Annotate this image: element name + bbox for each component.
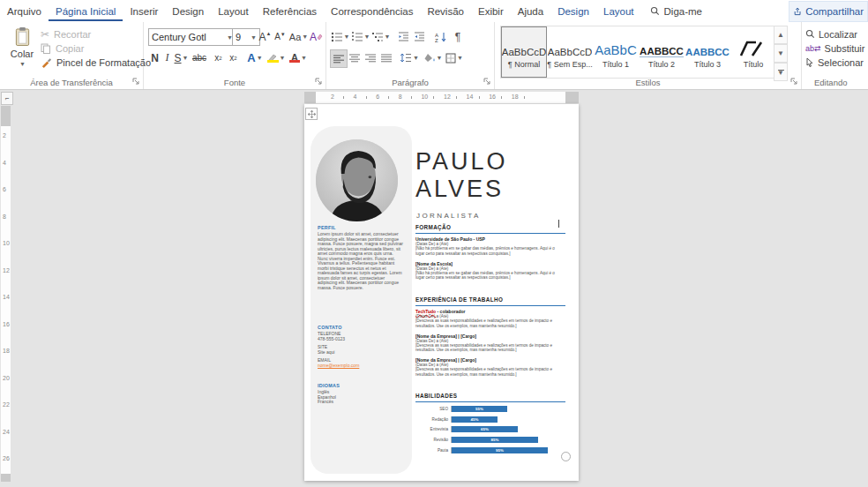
- style-sample: AaBbCcD: [548, 36, 593, 57]
- styles-dialog-launcher-icon[interactable]: [790, 78, 798, 86]
- tab-revisa-o[interactable]: Revisão: [420, 2, 471, 21]
- find-button[interactable]: Localizar: [805, 27, 857, 41]
- resume-name: PAULO ALVES: [415, 148, 508, 203]
- ruler-h-number: 12: [444, 94, 451, 100]
- outdent-icon: [398, 32, 409, 41]
- tab-refere-ncias[interactable]: Referências: [256, 2, 324, 21]
- show-paragraph-marks-button[interactable]: ¶: [451, 28, 465, 45]
- font-size-value: 9: [236, 32, 241, 42]
- borders-button[interactable]: ▼: [445, 49, 464, 66]
- replace-button[interactable]: ab⇄ Substituir: [805, 41, 864, 55]
- style-sample: AABBCC: [640, 36, 684, 57]
- font-color-button[interactable]: A ▼: [288, 49, 308, 66]
- clear-formatting-button[interactable]: A: [308, 28, 325, 45]
- bullets-button[interactable]: ▼: [330, 28, 350, 45]
- paragraph-group-label: Parágrafo: [326, 78, 494, 87]
- tab-ajuda[interactable]: Ajuda: [511, 2, 550, 21]
- skills-bar-chart[interactable]: SEO55%Redação45%Entrevista65%Revisão85%P…: [415, 404, 567, 457]
- paragraph-dialog-launcher-icon[interactable]: [483, 78, 491, 86]
- styles-scroll-down-button[interactable]: ▼: [774, 44, 788, 63]
- ribbon-tab-bar: ArquivoPágina InicialInserirDesignLayout…: [0, 0, 868, 22]
- chart-selection-handle[interactable]: [561, 452, 571, 461]
- style-ti-tulo[interactable]: Título: [730, 26, 776, 78]
- share-label: Compartilhar: [805, 6, 864, 17]
- portrait-image: [316, 139, 398, 221]
- style-sample: AaBbC: [595, 36, 637, 57]
- indent-icon: [414, 32, 425, 41]
- tab-exibir[interactable]: Exibir: [471, 2, 511, 21]
- text-effects-button[interactable]: A▼: [246, 49, 264, 66]
- superscript-button[interactable]: x2: [226, 49, 241, 66]
- tellme-box[interactable]: Diga-me: [650, 6, 702, 17]
- tab-inserir[interactable]: Inserir: [123, 2, 165, 21]
- cut-button[interactable]: ✂ Recortar: [41, 27, 91, 41]
- clipboard-dialog-launcher-icon[interactable]: [132, 78, 140, 86]
- numbered-list-icon: [351, 32, 363, 42]
- ruler-h-tick: [456, 96, 457, 99]
- styles-scroll-up-button[interactable]: ▲: [774, 26, 788, 44]
- entry-description: [Não há problema em se gabar das médias,…: [415, 246, 564, 256]
- paste-button[interactable]: Colar ▼: [5, 26, 39, 79]
- ruler-h-number: 2: [331, 94, 334, 100]
- chart-bar-track: 65%: [451, 426, 567, 432]
- tab-layout-contextual[interactable]: Layout: [596, 2, 641, 21]
- italic-button[interactable]: I: [161, 49, 173, 66]
- style-ti-tulo-1[interactable]: AaBbCTítulo 1: [593, 26, 639, 78]
- resume-name-line2: ALVES: [415, 176, 508, 203]
- style-normal[interactable]: AaBbCcD¶ Normal: [501, 26, 547, 78]
- shrink-font-button[interactable]: A▼: [273, 28, 288, 45]
- clipboard-group-label: Área de Transferência: [0, 78, 143, 87]
- align-right-button[interactable]: [363, 49, 378, 66]
- tab-pa-gina-inicial[interactable]: Página Inicial: [49, 2, 123, 21]
- justify-button[interactable]: [378, 49, 394, 66]
- select-button[interactable]: Selecionar: [805, 56, 864, 69]
- share-button[interactable]: Compartilhar: [789, 1, 868, 22]
- subscript-button[interactable]: x2: [211, 49, 226, 66]
- font-size-combo[interactable]: 9▼: [232, 28, 260, 46]
- sort-button[interactable]: AZ: [432, 28, 449, 45]
- multilevel-list-button[interactable]: ▼: [370, 28, 391, 45]
- tab-arquivo[interactable]: Arquivo: [0, 2, 49, 21]
- bold-button[interactable]: N: [148, 49, 161, 66]
- align-left-button[interactable]: [330, 49, 348, 68]
- highlight-color-button[interactable]: ▼: [266, 49, 287, 66]
- ruler-h-number: 16: [489, 94, 496, 100]
- tab-design-contextual[interactable]: Design: [550, 2, 596, 21]
- ruler-h-number: 18: [512, 94, 519, 100]
- chevron-down-icon: ▼: [437, 55, 443, 61]
- font-family-combo[interactable]: Century Gotl▼: [148, 28, 236, 46]
- contato-item: EMAILnome@exemplo.com: [318, 358, 403, 368]
- ruler-v-number: 12: [3, 267, 10, 273]
- style-sem-esp[interactable]: AaBbCcD¶ Sem Esp...: [547, 26, 593, 78]
- tab-corresponde-ncias[interactable]: Correspondências: [324, 2, 420, 21]
- tab-layout[interactable]: Layout: [211, 2, 256, 21]
- document-page[interactable]: PAULO ALVES JORNALISTA PERFIL Lorem ipsu…: [304, 104, 579, 481]
- shading-button[interactable]: ▼: [423, 49, 443, 66]
- strikethrough-button[interactable]: abc: [190, 49, 209, 66]
- align-center-button[interactable]: [347, 49, 363, 66]
- line-spacing-button[interactable]: ▼: [399, 49, 420, 66]
- contato-value: Site aqui: [318, 350, 403, 356]
- copy-label: Copiar: [56, 43, 84, 54]
- cut-label: Recortar: [54, 29, 91, 40]
- grow-font-button[interactable]: A▲: [258, 28, 273, 45]
- decrease-indent-button[interactable]: [395, 28, 411, 45]
- format-painter-button[interactable]: Pincel de Formatação: [41, 56, 151, 69]
- numbering-button[interactable]: ▼: [350, 28, 370, 45]
- increase-indent-button[interactable]: [411, 28, 427, 45]
- copy-button[interactable]: Copiar: [41, 41, 84, 55]
- tab-stop-selector[interactable]: ⌐: [1, 92, 13, 105]
- style-ti-tulo-2[interactable]: AABBCCTítulo 2: [639, 26, 685, 78]
- email-link[interactable]: nome@exemplo.com: [318, 363, 403, 369]
- style-ti-tulo-3[interactable]: AABBCCTítulo 3: [685, 26, 730, 78]
- underline-button[interactable]: S▼: [173, 49, 190, 66]
- styles-scrollbar: ▲ ▼ ▼: [774, 26, 788, 81]
- tab-design[interactable]: Design: [165, 2, 211, 21]
- font-dialog-launcher-icon[interactable]: [315, 78, 323, 86]
- ruler-h-number: 4: [354, 94, 357, 100]
- chart-bar-value: 55%: [475, 407, 483, 411]
- object-move-handle[interactable]: [305, 108, 318, 120]
- style-label: Título 2: [648, 60, 675, 69]
- change-case-button[interactable]: Aa▼: [289, 28, 308, 45]
- eraser-icon: [317, 33, 323, 41]
